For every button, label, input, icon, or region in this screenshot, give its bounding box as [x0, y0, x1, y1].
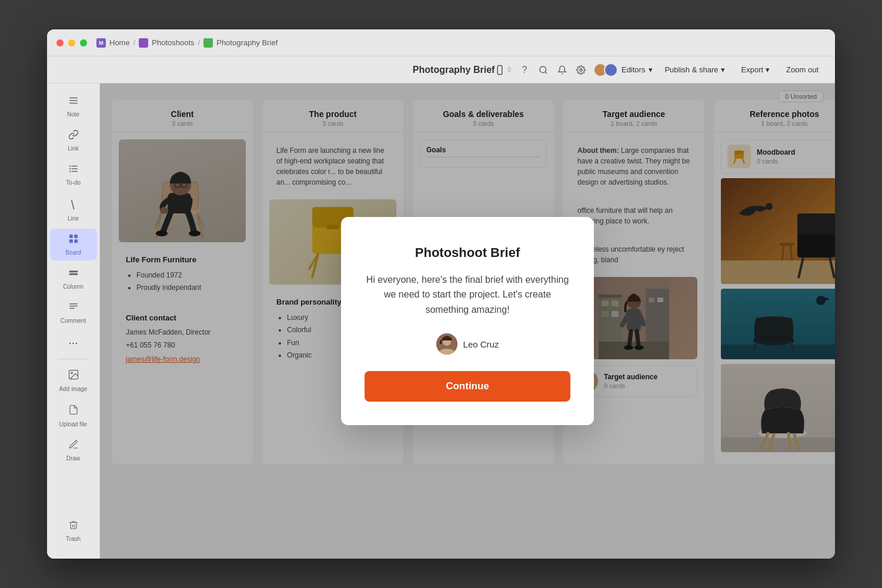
- avatar-2: [604, 63, 618, 77]
- comment-icon: [68, 302, 79, 315]
- page-title: Photography Brief: [413, 65, 495, 75]
- sidebar-column-label: Column: [63, 283, 83, 290]
- sidebar-item-upload[interactable]: Upload file: [50, 399, 97, 432]
- breadcrumb-photoshoots-label: Photoshoots: [152, 38, 194, 47]
- photoshoot-brief-modal: Photoshoot Brief Hi everyone, here's the…: [341, 217, 594, 426]
- maximize-button[interactable]: [80, 39, 87, 46]
- traffic-lights: [56, 39, 87, 46]
- sidebar-draw-label: Draw: [66, 455, 80, 462]
- author-avatar-svg: [436, 333, 457, 355]
- zoom-out-button[interactable]: Zoom out: [781, 63, 823, 76]
- breadcrumb-brief-label: Photography Brief: [216, 38, 278, 47]
- svg-rect-9: [69, 235, 72, 238]
- zoom-out-label: Zoom out: [786, 65, 818, 74]
- sidebar-item-note[interactable]: Note: [50, 91, 97, 122]
- minimize-button[interactable]: [68, 39, 75, 46]
- help-icon[interactable]: ?: [519, 65, 530, 75]
- sidebar-item-column[interactable]: Column: [50, 263, 97, 295]
- editors-chevron: ▾: [649, 65, 653, 74]
- breadcrumb-home[interactable]: M Home: [96, 38, 130, 48]
- close-button[interactable]: [56, 39, 64, 46]
- sidebar-line-label: Line: [68, 215, 79, 222]
- column-icon: [68, 268, 79, 281]
- sidebar-item-trash[interactable]: Trash: [50, 515, 97, 547]
- sidebar-divider: [58, 359, 89, 359]
- trash-icon: [68, 520, 79, 533]
- sidebar-item-todo[interactable]: To-do: [50, 159, 97, 191]
- publish-chevron: ▾: [721, 65, 725, 74]
- sidebar-item-line[interactable]: / Line: [50, 193, 97, 226]
- board-area: 0 Unsorted Client 3 cards: [100, 83, 835, 559]
- sidebar-item-add-image[interactable]: Add image: [50, 364, 97, 397]
- sidebar-item-draw[interactable]: Draw: [50, 435, 97, 466]
- line-icon: /: [68, 198, 78, 213]
- sidebar-todo-label: To-do: [66, 179, 81, 186]
- todo-icon: [68, 163, 79, 177]
- modal-author-name: Leo Cruz: [463, 339, 499, 349]
- sidebar-trash-label: Trash: [66, 536, 81, 542]
- svg-point-19: [71, 372, 72, 374]
- publish-share-label: Publish & share: [664, 65, 718, 74]
- board-icon: [68, 233, 79, 247]
- mobile-icon[interactable]: [495, 65, 505, 75]
- sidebar-link-label: Link: [68, 145, 78, 152]
- breadcrumb-brief[interactable]: Photography Brief: [203, 38, 278, 48]
- sidebar-note-label: Note: [67, 111, 79, 118]
- svg-point-1: [540, 66, 546, 73]
- add-image-icon: [68, 369, 79, 383]
- breadcrumb-sep-2: /: [198, 38, 201, 47]
- svg-rect-10: [74, 235, 77, 238]
- app-window: M Home / Photoshoots / Photography Brief…: [47, 29, 835, 559]
- sidebar-item-link[interactable]: Link: [50, 125, 97, 156]
- sidebar-board-label: Board: [65, 249, 81, 256]
- sidebar-add-image-label: Add image: [59, 386, 88, 392]
- svg-rect-14: [69, 274, 78, 275]
- modal-overlay: Photoshoot Brief Hi everyone, here's the…: [100, 83, 835, 559]
- svg-rect-11: [69, 240, 72, 243]
- sidebar-item-more[interactable]: ···: [50, 331, 97, 354]
- modal-body: Hi everyone, here's the final brief with…: [365, 272, 570, 318]
- svg-point-2: [580, 69, 582, 71]
- sidebar-upload-label: Upload file: [59, 421, 87, 427]
- editors-label: Editors: [622, 65, 645, 74]
- modal-title: Photoshoot Brief: [365, 245, 570, 260]
- topbar: Photography Brief 0 ?: [47, 56, 835, 83]
- settings-icon[interactable]: [576, 65, 586, 75]
- mobile-count: 0: [507, 66, 511, 73]
- editors-button[interactable]: Editors ▾: [593, 63, 653, 77]
- sidebar-item-board[interactable]: Board: [50, 229, 97, 260]
- sidebar: Note Link To-do / Line: [47, 83, 100, 559]
- svg-rect-13: [69, 271, 78, 272]
- modal-author-avatar: [436, 333, 457, 355]
- breadcrumb-photoshoots[interactable]: Photoshoots: [139, 38, 194, 48]
- continue-button[interactable]: Continue: [365, 371, 570, 402]
- editor-avatars: [593, 63, 618, 77]
- draw-icon: [68, 439, 79, 453]
- export-label: Export: [741, 65, 764, 74]
- breadcrumb-home-label: Home: [109, 38, 130, 47]
- note-icon: [68, 95, 79, 109]
- more-icon: ···: [68, 336, 78, 349]
- breadcrumb-sep-1: /: [133, 38, 136, 47]
- link-icon: [68, 129, 79, 143]
- notification-icon[interactable]: [557, 65, 567, 75]
- breadcrumb: M Home / Photoshoots / Photography Brief: [96, 38, 278, 48]
- topbar-right: 0 ? Editors ▾: [495, 63, 823, 77]
- main-content: Note Link To-do / Line: [47, 83, 835, 559]
- export-chevron: ▾: [766, 65, 770, 74]
- search-icon[interactable]: [538, 65, 549, 75]
- export-button[interactable]: Export ▾: [737, 63, 775, 76]
- titlebar: M Home / Photoshoots / Photography Brief: [47, 29, 835, 56]
- sidebar-comment-label: Comment: [61, 318, 86, 324]
- sidebar-item-comment[interactable]: Comment: [50, 297, 97, 329]
- svg-rect-0: [498, 65, 503, 74]
- brief-icon: [203, 38, 213, 48]
- home-icon: M: [96, 38, 106, 48]
- modal-author: Leo Cruz: [365, 333, 570, 355]
- topbar-icon-group: 0 ?: [495, 65, 586, 75]
- svg-rect-12: [74, 240, 77, 243]
- upload-icon: [68, 404, 79, 419]
- publish-share-button[interactable]: Publish & share ▾: [660, 63, 729, 76]
- photoshoots-icon: [139, 38, 148, 48]
